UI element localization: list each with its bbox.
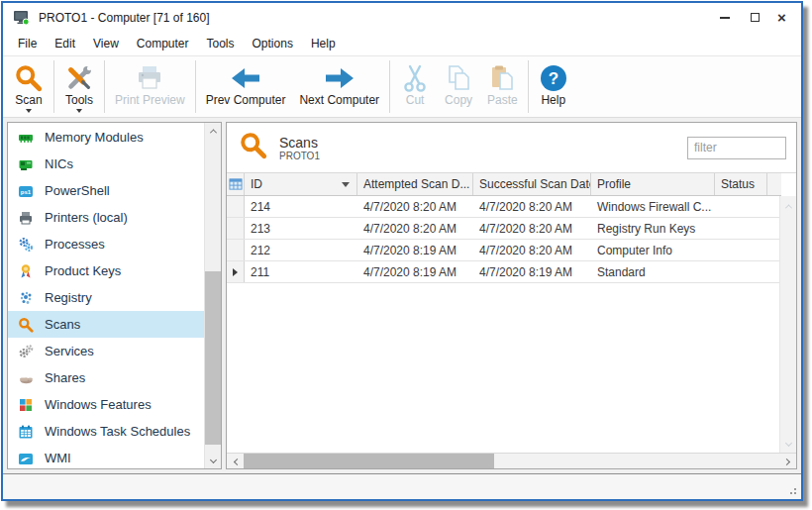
sidebar-item-label: Windows Task Schedules	[45, 424, 190, 439]
column-chooser-button[interactable]	[227, 173, 245, 195]
sidebar-item-nics[interactable]: NICs	[8, 151, 204, 177]
cut-icon	[401, 61, 429, 94]
scroll-left-icon[interactable]	[229, 454, 245, 469]
sidebar-item-label: Registry	[45, 290, 92, 305]
row-selector	[227, 240, 245, 260]
sidebar-item-printers-local[interactable]: Printers (local)	[8, 204, 204, 231]
toolbar-separator	[195, 60, 196, 113]
maximize-icon	[751, 13, 760, 22]
tools-icon	[64, 61, 94, 94]
sidebar-item-powershell[interactable]: ps1 PowerShell	[8, 177, 204, 204]
help-button[interactable]: ? Help	[532, 58, 575, 115]
menu-file[interactable]: File	[9, 33, 46, 54]
tools-label: Tools	[65, 94, 93, 107]
column-header-status[interactable]: Status	[715, 173, 767, 195]
sidebar-item-label: Scans	[45, 317, 80, 332]
sidebar-scrollbar-thumb[interactable]	[205, 271, 222, 445]
table-row[interactable]: 213 4/7/2020 8:20 AM 4/7/2020 8:20 AM Re…	[227, 218, 781, 240]
memory-icon	[18, 130, 34, 146]
help-label: Help	[541, 94, 565, 107]
services-icon	[18, 344, 34, 359]
sidebar-item-label: Services	[45, 344, 94, 358]
scroll-up-icon[interactable]	[205, 123, 222, 140]
sidebar-scrollbar[interactable]	[204, 123, 221, 468]
sidebar-item-windows-task-schedules[interactable]: Windows Task Schedules	[8, 418, 204, 445]
toolbar-separator	[53, 60, 54, 113]
scroll-right-icon[interactable]	[778, 454, 794, 469]
sort-desc-icon[interactable]	[342, 182, 350, 187]
table-row[interactable]: 212 4/7/2020 8:19 AM 4/7/2020 8:20 AM Co…	[227, 240, 781, 261]
next-computer-button[interactable]: Next Computer	[292, 58, 386, 115]
shares-icon	[18, 370, 34, 386]
sidebar: Memory Modules NICs ps1 PowerShell	[7, 122, 222, 469]
window-controls: ×	[709, 3, 801, 32]
table-vertical-scrollbar[interactable]	[779, 196, 796, 453]
scan-icon	[18, 317, 34, 333]
prev-computer-button[interactable]: Prev Computer	[199, 58, 293, 115]
scroll-down-icon[interactable]	[780, 435, 796, 451]
scan-icon	[14, 61, 44, 94]
cell-attempted-scan-date: 4/7/2020 8:20 AM	[357, 218, 473, 239]
cell-id: 213	[245, 218, 357, 239]
cell-id: 214	[245, 196, 357, 217]
scan-dropdown-caret	[26, 109, 32, 113]
column-header-profile[interactable]: Profile	[591, 173, 715, 195]
sidebar-item-label: Product Keys	[45, 263, 121, 278]
sidebar-item-shares[interactable]: Shares	[8, 364, 204, 391]
menu-options[interactable]: Options	[244, 33, 302, 54]
print-preview-button: Print Preview	[108, 58, 192, 115]
cell-successful-scan-date: 4/7/2020 8:20 AM	[473, 196, 591, 217]
sidebar-item-memory-modules[interactable]: Memory Modules	[8, 124, 204, 151]
column-header-id[interactable]: ID	[245, 173, 357, 195]
print-preview-label: Print Preview	[115, 94, 185, 107]
wmi-icon	[18, 451, 34, 466]
next-computer-label: Next Computer	[299, 94, 379, 107]
table-row[interactable]: 214 4/7/2020 8:20 AM 4/7/2020 8:20 AM Wi…	[227, 196, 781, 218]
tools-dropdown-caret	[76, 109, 82, 113]
horizontal-scrollbar-thumb[interactable]	[244, 454, 494, 469]
current-row-icon	[233, 268, 238, 276]
cell-successful-scan-date: 4/7/2020 8:20 AM	[473, 240, 591, 260]
minimize-button[interactable]	[709, 3, 740, 32]
scroll-down-icon[interactable]	[205, 452, 222, 468]
close-button[interactable]: ×	[770, 3, 801, 32]
svg-text:ps1: ps1	[21, 189, 32, 195]
resize-grip-icon[interactable]	[794, 492, 796, 494]
cell-id: 212	[245, 240, 357, 260]
maximize-button[interactable]	[740, 3, 770, 32]
menu-edit[interactable]: Edit	[46, 33, 84, 54]
sidebar-item-services[interactable]: Services	[8, 338, 204, 364]
sidebar-item-product-keys[interactable]: Product Keys	[8, 257, 204, 284]
column-header-successful-scan-date[interactable]: Successful Scan Date	[473, 173, 591, 195]
sidebar-item-scans[interactable]: Scans	[8, 311, 204, 338]
column-header-label: Profile	[597, 177, 631, 191]
app-window: PROTO1 - Computer [71 of 160] × File Edi…	[1, 1, 803, 501]
table-horizontal-scrollbar[interactable]	[227, 453, 796, 468]
column-header-attempted-scan-date[interactable]: Attempted Scan D...	[357, 173, 473, 195]
menu-view[interactable]: View	[84, 33, 128, 54]
sidebar-item-registry[interactable]: Registry	[8, 284, 204, 311]
column-header-label: Attempted Scan D...	[363, 177, 469, 191]
sidebar-item-wmi[interactable]: WMI	[8, 445, 204, 469]
sidebar-item-label: Shares	[45, 370, 85, 385]
menu-computer[interactable]: Computer	[128, 33, 198, 54]
filter-input[interactable]	[687, 137, 786, 159]
cell-status	[715, 240, 767, 260]
scan-button[interactable]: Scan	[7, 58, 51, 115]
status-bar	[3, 473, 801, 499]
tools-button[interactable]: Tools	[57, 58, 101, 115]
scroll-up-icon[interactable]	[780, 198, 796, 214]
cell-successful-scan-date: 4/7/2020 8:19 AM	[473, 261, 591, 282]
cell-attempted-scan-date: 4/7/2020 8:20 AM	[357, 196, 473, 217]
table-row-current[interactable]: 211 4/7/2020 8:19 AM 4/7/2020 8:19 AM St…	[227, 261, 781, 283]
sidebar-item-windows-features[interactable]: Windows Features	[8, 391, 204, 418]
registry-icon	[18, 290, 34, 306]
sidebar-item-processes[interactable]: Processes	[8, 231, 204, 257]
window-title: PROTO1 - Computer [71 of 160]	[39, 11, 210, 25]
title-bar[interactable]: PROTO1 - Computer [71 of 160] ×	[3, 3, 801, 32]
menu-help[interactable]: Help	[302, 33, 345, 54]
scans-header-icon	[239, 131, 268, 164]
menu-tools[interactable]: Tools	[198, 33, 244, 54]
product-keys-icon	[18, 263, 34, 279]
cell-id: 211	[245, 261, 357, 282]
